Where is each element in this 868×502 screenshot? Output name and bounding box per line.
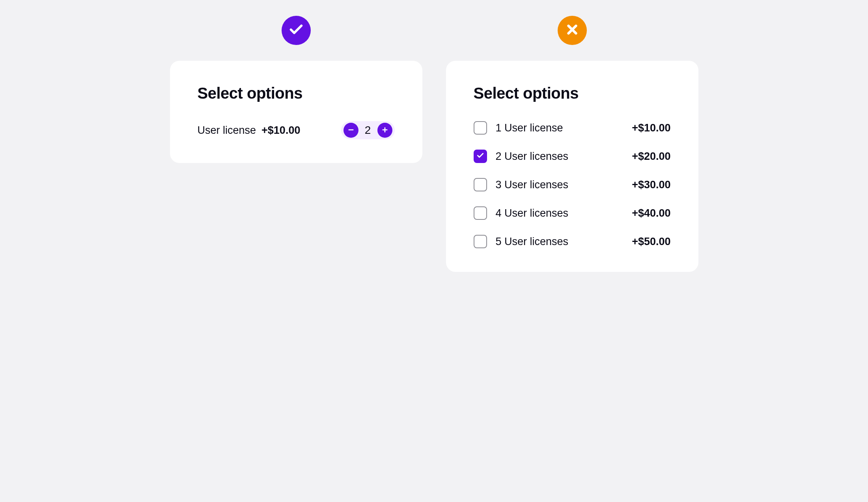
option-label: 3 User licenses xyxy=(496,179,569,191)
checkbox-row: 5 User licenses+$50.00 xyxy=(474,235,671,248)
good-example-column: Select options User license +$10.00 2 xyxy=(170,16,422,163)
stepper-label-group: User license +$10.00 xyxy=(198,124,301,137)
checkbox[interactable] xyxy=(474,150,487,163)
option-price: +$50.00 xyxy=(632,236,670,248)
stepper-value: 2 xyxy=(364,124,372,137)
checkbox-list: 1 User license+$10.002 User licenses+$20… xyxy=(474,121,671,248)
option-label: 2 User licenses xyxy=(496,150,569,163)
option-price: +$20.00 xyxy=(632,150,670,163)
check-icon xyxy=(476,152,484,161)
checkbox-row: 1 User license+$10.00 xyxy=(474,121,671,135)
bad-card: Select options 1 User license+$10.002 Us… xyxy=(446,61,698,272)
checkbox-left: 3 User licenses xyxy=(474,178,569,191)
quantity-stepper: 2 xyxy=(341,121,395,139)
check-icon xyxy=(288,22,304,39)
checkbox-left: 1 User license xyxy=(474,121,563,135)
checkbox-row: 3 User licenses+$30.00 xyxy=(474,178,671,191)
option-label: 4 User licenses xyxy=(496,207,569,219)
card-title: Select options xyxy=(474,84,671,102)
stepper-row: User license +$10.00 2 xyxy=(198,121,395,139)
option-price: +$40.00 xyxy=(632,207,670,219)
card-title: Select options xyxy=(198,84,395,102)
increment-button[interactable] xyxy=(377,123,392,138)
checkbox-left: 4 User licenses xyxy=(474,206,569,220)
option-label: 1 User license xyxy=(496,122,563,134)
checkbox[interactable] xyxy=(474,235,487,248)
checkbox-left: 2 User licenses xyxy=(474,150,569,163)
decrement-button[interactable] xyxy=(343,123,358,138)
checkbox[interactable] xyxy=(474,206,487,220)
option-price: +$10.00 xyxy=(632,122,670,134)
cross-badge xyxy=(558,16,587,45)
item-price: +$10.00 xyxy=(261,124,300,137)
plus-icon xyxy=(381,126,388,135)
option-price: +$30.00 xyxy=(632,179,670,191)
checkbox-row: 2 User licenses+$20.00 xyxy=(474,150,671,163)
cross-icon xyxy=(565,22,580,39)
check-badge xyxy=(282,16,311,45)
checkbox[interactable] xyxy=(474,178,487,191)
item-label: User license xyxy=(198,124,256,137)
checkbox-row: 4 User licenses+$40.00 xyxy=(474,206,671,220)
checkbox[interactable] xyxy=(474,121,487,135)
option-label: 5 User licenses xyxy=(496,236,569,248)
bad-example-column: Select options 1 User license+$10.002 Us… xyxy=(446,16,698,272)
checkbox-left: 5 User licenses xyxy=(474,235,569,248)
minus-icon xyxy=(347,126,355,135)
good-card: Select options User license +$10.00 2 xyxy=(170,61,422,163)
